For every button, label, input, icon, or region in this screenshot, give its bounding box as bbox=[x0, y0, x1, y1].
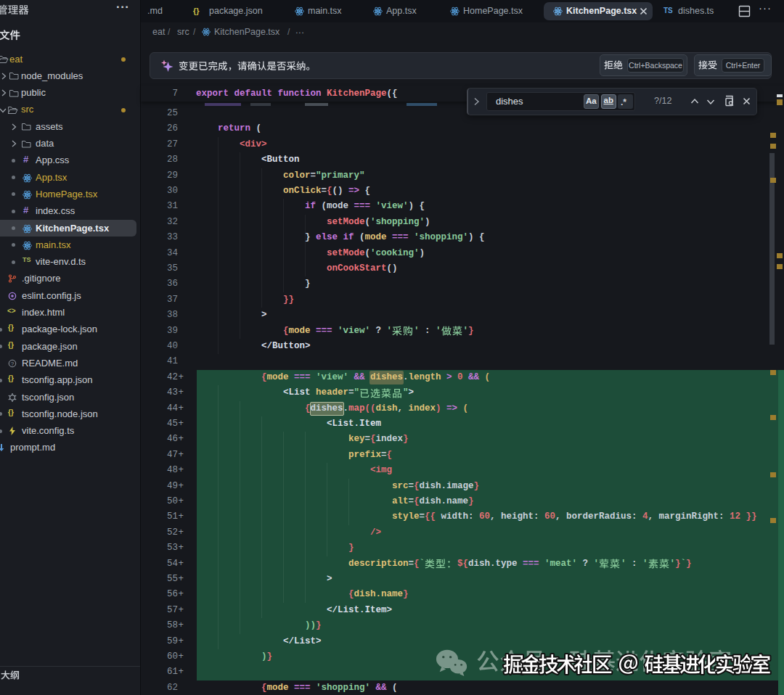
svg-text:?: ? bbox=[11, 361, 15, 367]
